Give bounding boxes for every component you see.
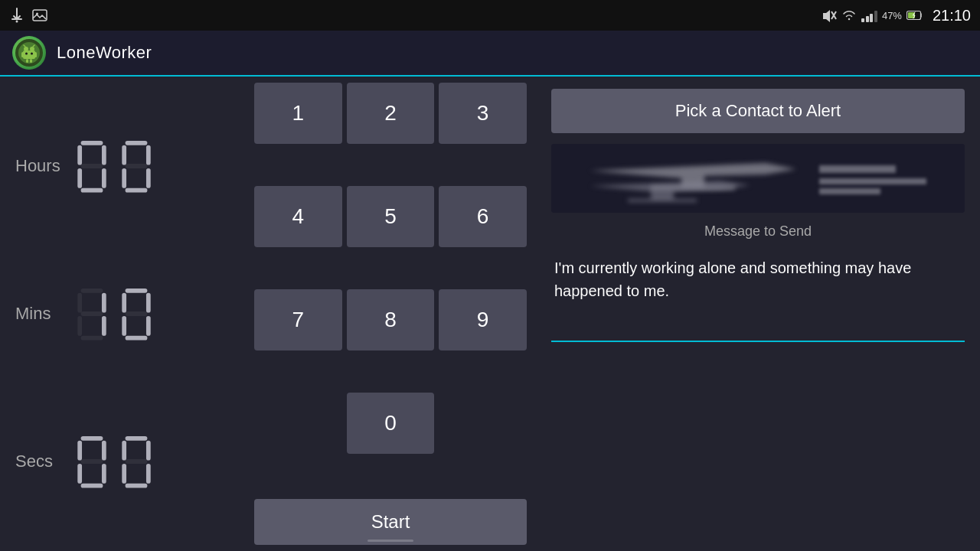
svg-rect-44 [126,311,148,316]
app-title: LoneWorker [57,43,152,63]
status-right-icons: 47% 21:10 [822,7,971,24]
status-left-icons [9,8,47,23]
svg-rect-38 [77,316,82,336]
svg-rect-61 [126,484,148,488]
svg-rect-27 [126,141,148,145]
mins-row: Mins [15,286,237,341]
loneworker-icon [15,39,43,67]
svg-point-11 [30,47,34,51]
svg-rect-19 [30,59,32,63]
message-to-send-label: Message to Send [551,223,965,240]
contact-image-canvas [551,144,965,213]
svg-rect-59 [122,464,126,484]
key-5-button[interactable]: 5 [347,186,435,247]
keypad-grid: 1 2 3 4 5 6 7 8 9 0 [254,83,527,491]
svg-rect-49 [77,441,82,461]
mins-digit2 [118,286,155,341]
svg-point-10 [24,47,28,51]
hours-display [74,139,155,194]
svg-rect-34 [81,289,103,293]
svg-rect-16 [21,52,24,57]
usb-icon [9,8,24,23]
key-7-button[interactable]: 7 [254,289,342,350]
svg-rect-9 [23,51,35,59]
hours-digit1 [74,139,110,194]
main-content: Hours [0,77,980,551]
svg-rect-32 [146,168,151,188]
svg-rect-50 [102,441,106,461]
svg-rect-39 [102,316,106,336]
svg-rect-55 [126,436,148,441]
svg-rect-1 [33,10,47,21]
secs-digit1 [74,434,110,489]
battery-percentage: 47% [882,10,902,21]
svg-rect-52 [77,464,82,484]
battery-icon [906,10,923,21]
svg-point-13 [31,53,33,55]
key-1-button[interactable]: 1 [254,83,342,144]
key-0-button[interactable]: 0 [347,393,435,454]
mute-icon [822,8,837,22]
svg-rect-47 [126,336,148,341]
right-panel: Pick a Contact to Alert Message to Send [536,77,980,551]
hours-digit2 [118,139,155,194]
key-2-button[interactable]: 2 [347,83,435,144]
svg-rect-43 [146,293,151,313]
app-icon [12,36,46,70]
image-icon [32,8,47,23]
svg-rect-57 [146,441,151,461]
svg-rect-30 [126,164,148,168]
wifi-icon [841,9,857,21]
svg-rect-35 [77,293,82,313]
pick-contact-button[interactable]: Pick a Contact to Alert [551,89,965,133]
key-4-button[interactable]: 4 [254,186,342,247]
svg-rect-56 [122,441,126,461]
secs-label: Secs [15,452,61,471]
svg-rect-21 [77,145,82,165]
svg-rect-29 [146,145,151,165]
svg-rect-20 [81,141,103,145]
svg-rect-37 [81,311,103,316]
hours-row: Hours [15,139,237,194]
key-9-button[interactable]: 9 [439,289,527,350]
mins-display [74,286,155,341]
svg-rect-54 [81,484,103,488]
svg-rect-31 [122,168,126,188]
svg-rect-36 [102,293,106,313]
svg-rect-58 [126,459,148,464]
key-6-button[interactable]: 6 [439,186,527,247]
svg-rect-40 [81,336,103,341]
status-bar: 47% 21:10 [0,0,980,31]
svg-rect-22 [102,145,106,165]
svg-rect-48 [81,436,103,441]
timer-panel: Hours [0,77,245,551]
signal-bars [861,8,877,22]
key-3-button[interactable]: 3 [439,83,527,144]
mins-digit1 [74,286,110,341]
hours-label: Hours [15,156,61,176]
svg-point-0 [16,21,18,23]
secs-display [74,434,155,489]
mins-label: Mins [15,304,61,324]
svg-rect-17 [34,52,37,57]
contact-image-area [551,144,965,213]
svg-rect-33 [126,187,148,192]
svg-rect-41 [126,289,148,293]
svg-point-12 [25,53,28,55]
svg-rect-28 [122,145,126,165]
keypad-panel: 1 2 3 4 5 6 7 8 9 0 Start [245,77,536,551]
secs-digit2 [118,434,155,489]
key-8-button[interactable]: 8 [347,289,435,350]
svg-rect-45 [122,316,126,336]
status-time: 21:10 [933,7,971,24]
svg-rect-60 [146,464,151,484]
start-button[interactable]: Start [254,499,527,545]
svg-rect-51 [81,459,103,464]
svg-rect-18 [26,59,28,63]
svg-rect-53 [102,464,106,484]
app-bar: LoneWorker [0,31,980,77]
message-textarea[interactable] [551,250,965,342]
svg-rect-23 [81,164,103,168]
svg-rect-42 [122,293,126,313]
svg-rect-25 [102,168,106,188]
